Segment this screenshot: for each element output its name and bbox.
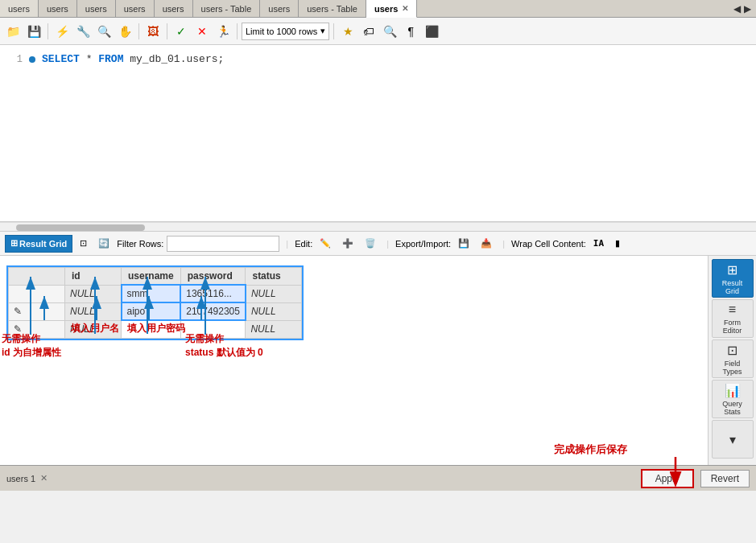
toolbar-separator-r1: | [286,239,288,249]
edit-pencil-btn[interactable]: ✏️ [316,235,335,253]
bottom-tab: users 1 ✕ [6,473,48,483]
bottom-buttons: Apply Revert [641,469,750,488]
check-btn[interactable]: ✓ [171,22,191,41]
star-btn[interactable]: ★ [338,22,357,41]
table-row[interactable]: ✎ NULL aipo 2107492305 NULL [9,302,302,320]
sidebar-down-btn[interactable]: ▾ [712,420,754,459]
row-edit-icon [9,285,65,302]
cell-password-2[interactable]: 2107492305 [180,302,246,320]
sql-line-1: 1 SELECT * FROM my_db_01.users; [6,51,750,68]
tools-btn[interactable]: 🔧 [73,22,93,41]
export-btn[interactable]: ⬛ [422,22,441,41]
save-annotation: 完成操作后保存 [554,442,627,457]
paragraph-btn[interactable]: ¶ [401,22,420,41]
sidebar-toggle-btn[interactable]: ▮ [611,235,624,253]
line-number: 1 [6,51,23,68]
annotation-no-op-id: 无需操作 id 为自增属性 [2,332,61,360]
toolbar-separator-r3: | [502,239,505,249]
h-scroll-thumb[interactable] [16,224,145,231]
sidebar-query-label: Query Stats [722,400,742,416]
edit-del-btn[interactable]: 🗑️ [361,235,380,253]
cell-status-1[interactable]: NULL [246,285,302,302]
field-types-icon: ⊡ [727,343,737,358]
tab-nav-left[interactable]: ◀ [732,3,742,14]
edit-label: Edit: [295,239,312,249]
tab-users-active[interactable]: users ✕ [366,0,417,18]
refresh-btn[interactable]: 🔄 [94,235,114,253]
data-table-area: id username password status NULL smm 136… [0,256,708,465]
filter-input[interactable] [167,236,279,252]
annotation-no-op-status: 无需操作 status 默认值为 0 [185,332,263,360]
separator-1 [48,23,48,39]
col-password: password [180,268,246,286]
separator-2 [138,23,139,39]
table-header-row: id username password status [9,268,302,286]
search-btn[interactable]: 🔍 [94,22,114,41]
result-toolbar: ⊞ Result Grid ⊡ 🔄 Filter Rows: | Edit: ✏… [0,232,756,256]
cell-id-1[interactable]: NULL [65,285,122,302]
dropdown-arrow: ▾ [320,26,325,36]
import-btn-r[interactable]: 📥 [477,235,496,253]
line-dot [29,56,35,63]
cell-username-1[interactable]: smm [122,285,181,302]
bottom-tab-label: users 1 [6,474,35,483]
cancel-btn[interactable]: ✕ [192,22,212,41]
separator-5 [333,23,334,39]
edit-add-btn[interactable]: ➕ [338,235,357,253]
run-btn[interactable]: 🏃 [213,22,233,41]
col-status: status [246,268,302,286]
wrap-toggle-btn[interactable]: IA [589,235,608,253]
execute-btn[interactable]: ⚡ [52,22,72,41]
limit-dropdown[interactable]: Limit to 1000 rows ▾ [242,23,329,40]
tab-nav-buttons: ◀ ▶ [729,0,756,17]
tab-bar: users users users users users users - Ta… [0,0,756,18]
open-file-btn[interactable]: 📁 [3,22,23,41]
tab-users-table-2[interactable]: users - Table [299,0,366,17]
tab-users-table-1[interactable]: users - Table [193,0,261,17]
save-btn[interactable]: 💾 [24,22,43,41]
main-toolbar: 📁 💾 ⚡ 🔧 🔍 ✋ 🖼 ✓ ✕ 🏃 Limit to 1000 rows ▾… [0,18,756,45]
export-label: Export/Import: [395,239,451,249]
tab-users-3[interactable]: users [77,0,116,17]
export-btn-r[interactable]: 💾 [454,235,473,253]
tab-users-2[interactable]: users [39,0,77,17]
screenshot-btn[interactable]: 🖼 [143,22,163,41]
sidebar-result-label: Result Grid [722,279,743,295]
separator-4 [237,23,238,39]
query-stats-icon: 📊 [725,383,741,398]
result-grid-button[interactable]: ⊞ Result Grid [5,235,72,253]
tab-close-icon[interactable]: ✕ [402,4,408,13]
table-row[interactable]: NULL smm 1365116... NULL [9,285,302,302]
apply-button[interactable]: Apply [641,469,694,488]
result-view-toggle[interactable]: ⊡ [76,235,91,253]
tab-users-4[interactable]: users [116,0,155,17]
sidebar-query-stats-btn[interactable]: 📊 Query Stats [712,380,754,418]
bottom-bar: users 1 ✕ 完成操作后保存 Apply Revert [0,465,756,491]
sidebar-field-types-btn[interactable]: ⊡ Field Types [712,339,754,378]
h-scrollbar[interactable] [0,222,756,232]
bottom-tab-close[interactable]: ✕ [40,473,48,483]
cell-username-2[interactable]: aipo [122,302,181,320]
sidebar-form-editor-btn[interactable]: ≡ Form Editor [712,299,754,338]
tag-btn[interactable]: 🏷 [359,22,378,41]
tab-nav-right[interactable]: ▶ [742,3,753,14]
sql-editor[interactable]: 1 SELECT * FROM my_db_01.users; [0,45,756,222]
zoom-btn[interactable]: 🔍 [380,22,399,41]
annotation-fill-password: 填入用户密码 [127,322,185,335]
revert-button[interactable]: Revert [700,470,750,487]
form-editor-icon: ≡ [729,302,736,317]
sidebar-result-grid-btn[interactable]: ⊞ Result Grid [712,259,754,298]
row-edit-icon-2: ✎ [9,302,65,320]
grid-icon: ⊞ [10,238,18,249]
tab-users-1[interactable]: users [0,0,39,17]
cell-status-2[interactable]: NULL [246,302,302,320]
cell-password-1[interactable]: 1365116... [180,285,246,302]
cell-id-2[interactable]: NULL [65,302,122,320]
tab-users-5[interactable]: users [155,0,193,17]
toolbar-separator-r2: | [386,239,389,249]
edit-col-header [9,268,65,286]
filter-label: Filter Rows: [117,239,163,249]
tab-users-6[interactable]: users [260,0,299,17]
hand-btn[interactable]: ✋ [115,22,134,41]
annotation-fill-username: 填入用户名 [71,322,119,335]
